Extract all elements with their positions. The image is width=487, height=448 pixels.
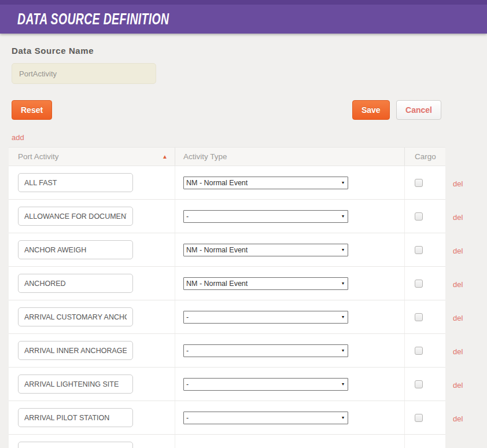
activity-type-select[interactable]: - [183, 378, 348, 391]
data-source-name-input[interactable] [12, 63, 156, 84]
cargo-checkbox[interactable] [415, 380, 423, 388]
activity-type-cell: -▾ [175, 368, 405, 401]
cargo-cell [405, 200, 445, 233]
port-activity-cell [9, 166, 175, 199]
activity-type-select-shell: NM - Normal Event▾ [183, 177, 348, 189]
content-area: Data Source Name Reset Save Cancel add [0, 46, 487, 142]
activity-type-cell: -▾ [175, 300, 405, 333]
activity-type-select-shell: -▾ [183, 210, 348, 223]
reset-button[interactable]: Reset [12, 100, 52, 120]
table-row: NM - Normal Event▾ [9, 233, 445, 267]
delete-row-link[interactable]: del [453, 247, 463, 255]
activity-type-select[interactable]: - [183, 210, 348, 223]
activity-type-select-shell: -▾ [183, 311, 348, 324]
delete-row-link[interactable]: del [453, 213, 463, 222]
cargo-cell [405, 435, 445, 448]
delete-rail-spacer [445, 147, 487, 167]
activity-type-cell: NM - Normal Event▾ [175, 267, 405, 300]
activity-type-select[interactable]: NM - Normal Event [183, 277, 348, 290]
delete-cell: del [445, 234, 487, 267]
table-row [9, 435, 445, 448]
port-activity-cell [9, 435, 175, 448]
table-row: -▾ [9, 200, 445, 233]
cargo-checkbox[interactable] [415, 414, 423, 422]
sort-ascending-icon[interactable]: ▲ [162, 154, 168, 160]
delete-row-link[interactable]: del [453, 414, 463, 423]
port-activity-cell [9, 233, 175, 266]
activity-type-select[interactable]: - [183, 344, 348, 357]
port-activity-input[interactable] [18, 408, 133, 427]
delete-rail-cells: deldeldeldeldeldeldeldel [445, 167, 487, 435]
activity-type-select-shell: -▾ [183, 378, 348, 391]
delete-cell: del [445, 301, 487, 335]
activity-type-cell: -▾ [175, 401, 405, 434]
table-row: -▾ [9, 368, 445, 401]
cargo-cell [405, 334, 445, 367]
activity-type-cell: NM - Normal Event▾ [175, 233, 405, 266]
cargo-checkbox[interactable] [415, 313, 423, 321]
delete-cell: del [445, 267, 487, 301]
delete-row-link[interactable]: del [453, 347, 463, 356]
cargo-checkbox[interactable] [415, 280, 423, 288]
activity-type-select[interactable]: NM - Normal Event [183, 244, 348, 256]
column-header-port-activity[interactable]: Port Activity ▲ [9, 148, 175, 166]
cargo-cell [405, 233, 445, 266]
port-activity-input[interactable] [18, 442, 133, 448]
delete-row-link[interactable]: del [453, 381, 463, 390]
delete-row-link[interactable]: del [453, 179, 463, 188]
cargo-checkbox[interactable] [415, 179, 423, 187]
cancel-button[interactable]: Cancel [396, 100, 441, 120]
port-activity-cell [9, 200, 175, 233]
activity-type-cell [175, 435, 405, 448]
port-activity-input[interactable] [18, 341, 133, 360]
port-activity-cell [9, 368, 175, 401]
table-row: -▾ [9, 300, 445, 334]
column-header-cargo[interactable]: Cargo [405, 148, 445, 166]
column-header-activity-type[interactable]: Activity Type [175, 148, 405, 166]
port-activity-input[interactable] [18, 173, 133, 192]
table-row: NM - Normal Event▾ [9, 166, 445, 200]
port-activity-cell [9, 300, 175, 333]
cargo-cell [405, 267, 445, 300]
table-row: -▾ [9, 401, 445, 435]
page-header: DATA SOURCE DEFINITION [0, 0, 487, 34]
port-activity-table-wrap: Port Activity ▲ Activity Type Cargo NM -… [9, 147, 487, 448]
activity-type-cell: NM - Normal Event▾ [175, 166, 405, 199]
cargo-checkbox[interactable] [415, 347, 423, 355]
table-row: -▾ [9, 334, 445, 368]
delete-cell: del [445, 402, 487, 435]
delete-link-rail: deldeldeldeldeldeldeldel [445, 147, 487, 448]
delete-cell: del [445, 167, 487, 200]
delete-cell: del [445, 368, 487, 402]
save-button[interactable]: Save [352, 100, 390, 120]
port-activity-cell [9, 267, 175, 300]
column-header-label: Activity Type [183, 152, 227, 161]
port-activity-input[interactable] [18, 307, 133, 326]
activity-type-select-shell: -▾ [183, 412, 348, 424]
activity-type-select[interactable]: NM - Normal Event [183, 177, 348, 189]
delete-row-link[interactable]: del [453, 280, 463, 289]
column-header-label: Port Activity [18, 152, 59, 161]
activity-type-select[interactable]: - [183, 412, 348, 424]
cargo-checkbox[interactable] [415, 212, 423, 221]
delete-cell: del [445, 200, 487, 234]
delete-row-link[interactable]: del [453, 314, 463, 322]
data-source-name-label: Data Source Name [12, 46, 475, 56]
delete-cell: del [445, 335, 487, 368]
add-row-link[interactable]: add [12, 133, 24, 142]
activity-type-select-shell: -▾ [183, 344, 348, 357]
page-title: DATA SOURCE DEFINITION [17, 10, 169, 28]
column-header-label: Cargo [415, 152, 436, 161]
button-row: Reset Save Cancel [12, 100, 441, 120]
port-activity-input[interactable] [18, 374, 133, 394]
cargo-checkbox[interactable] [415, 246, 423, 254]
port-activity-cell [9, 401, 175, 434]
activity-type-select[interactable]: - [183, 311, 348, 324]
port-activity-input[interactable] [18, 207, 133, 226]
cargo-cell [405, 166, 445, 199]
port-activity-input[interactable] [18, 240, 133, 259]
port-activity-input[interactable] [18, 274, 133, 293]
cargo-cell [405, 401, 445, 434]
table-row: NM - Normal Event▾ [9, 267, 445, 300]
activity-type-select-shell: NM - Normal Event▾ [183, 277, 348, 290]
